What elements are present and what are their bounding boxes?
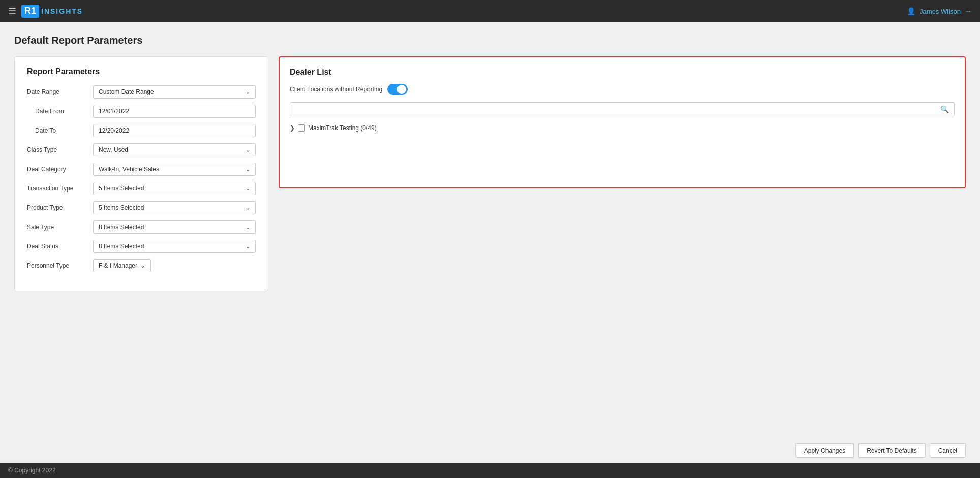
- toggle-label: Client Locations without Reporting: [290, 86, 382, 93]
- date-to-input[interactable]: [93, 124, 256, 137]
- date-range-row: Date Range Custom Date Range ⌄: [27, 85, 256, 99]
- logo: R1 INSIGHTS: [21, 5, 83, 18]
- deal-category-select[interactable]: Walk-In, Vehicle Sales ⌄: [93, 163, 256, 176]
- product-type-row: Product Type 5 Items Selected ⌄: [27, 201, 256, 214]
- user-icon: 👤: [907, 7, 915, 15]
- cancel-button[interactable]: Cancel: [930, 443, 966, 458]
- footer: © Copyright 2022: [0, 463, 980, 478]
- copyright-text: © Copyright 2022: [8, 467, 56, 474]
- left-panel: Report Parameters Date Range Custom Date…: [14, 56, 268, 291]
- personnel-type-select[interactable]: F & I Manager ⌄: [93, 259, 151, 272]
- revert-defaults-button[interactable]: Revert To Defaults: [858, 443, 926, 458]
- user-area: 👤 James Wilson →: [907, 7, 972, 15]
- transaction-type-value: 5 Items Selected: [99, 185, 144, 192]
- tree-expand-icon[interactable]: ❯: [290, 124, 295, 132]
- hamburger-menu[interactable]: ☰: [8, 6, 16, 17]
- deal-category-label: Deal Category: [27, 166, 93, 173]
- chevron-down-icon: ⌄: [246, 89, 250, 95]
- product-type-value: 5 Items Selected: [99, 204, 144, 211]
- tree-item-maximtrak: ❯ MaximTrak Testing (0/49): [290, 122, 955, 134]
- personnel-type-label: Personnel Type: [27, 262, 93, 269]
- toggle-row: Client Locations without Reporting: [290, 84, 955, 95]
- tree-item-label: MaximTrak Testing (0/49): [308, 124, 377, 132]
- logo-insights: INSIGHTS: [41, 7, 83, 15]
- chevron-down-icon: ⌄: [246, 205, 250, 211]
- class-type-value: New, Used: [99, 146, 128, 153]
- date-to-label: Date To: [27, 127, 93, 134]
- search-icon: 🔍: [940, 105, 949, 113]
- date-from-input[interactable]: [93, 105, 256, 118]
- tree-item-checkbox[interactable]: [298, 124, 305, 132]
- apply-changes-button[interactable]: Apply Changes: [795, 443, 854, 458]
- main-content: Default Report Parameters Report Paramet…: [0, 22, 980, 435]
- chevron-down-icon: ⌄: [246, 243, 250, 250]
- deal-category-value: Walk-In, Vehicle Sales: [99, 166, 159, 173]
- topnav: ☰ R1 INSIGHTS 👤 James Wilson →: [0, 0, 980, 22]
- personnel-type-row: Personnel Type F & I Manager ⌄: [27, 259, 256, 272]
- date-range-value: Custom Date Range: [99, 88, 154, 95]
- class-type-label: Class Type: [27, 146, 93, 153]
- right-panel: Dealer List Client Locations without Rep…: [279, 56, 966, 188]
- date-range-label: Date Range: [27, 88, 93, 95]
- product-type-label: Product Type: [27, 204, 93, 211]
- deal-status-label: Deal Status: [27, 243, 93, 250]
- sale-type-value: 8 Items Selected: [99, 224, 144, 231]
- chevron-down-icon: ⌄: [246, 185, 250, 192]
- sale-type-select[interactable]: 8 Items Selected ⌄: [93, 220, 256, 234]
- chevron-down-icon: ⌄: [246, 166, 250, 173]
- page-title: Default Report Parameters: [14, 35, 966, 46]
- user-name: James Wilson: [920, 8, 961, 15]
- date-from-label: Date From: [27, 108, 93, 115]
- date-from-row: Date From: [27, 105, 256, 118]
- chevron-down-icon: ⌄: [246, 224, 250, 231]
- personnel-type-value: F & I Manager: [99, 262, 137, 269]
- chevron-down-icon: ⌄: [140, 262, 145, 269]
- class-type-row: Class Type New, Used ⌄: [27, 143, 256, 156]
- logo-r1: R1: [21, 5, 39, 18]
- panels-row: Report Parameters Date Range Custom Date…: [14, 56, 966, 291]
- deal-status-value: 8 Items Selected: [99, 243, 144, 250]
- transaction-type-row: Transaction Type 5 Items Selected ⌄: [27, 182, 256, 195]
- logout-icon[interactable]: →: [965, 7, 972, 15]
- bottom-actions: Apply Changes Revert To Defaults Cancel: [0, 435, 980, 463]
- deal-category-row: Deal Category Walk-In, Vehicle Sales ⌄: [27, 163, 256, 176]
- client-locations-toggle[interactable]: [387, 84, 408, 95]
- left-panel-title: Report Parameters: [27, 67, 256, 76]
- transaction-type-label: Transaction Type: [27, 185, 93, 192]
- dealer-list-title: Dealer List: [290, 68, 955, 77]
- deal-status-row: Deal Status 8 Items Selected ⌄: [27, 240, 256, 253]
- date-range-select[interactable]: Custom Date Range ⌄: [93, 85, 256, 99]
- sale-type-label: Sale Type: [27, 224, 93, 231]
- sale-type-row: Sale Type 8 Items Selected ⌄: [27, 220, 256, 234]
- product-type-select[interactable]: 5 Items Selected ⌄: [93, 201, 256, 214]
- chevron-down-icon: ⌄: [246, 147, 250, 153]
- transaction-type-select[interactable]: 5 Items Selected ⌄: [93, 182, 256, 195]
- class-type-select[interactable]: New, Used ⌄: [93, 143, 256, 156]
- dealer-search-input[interactable]: [295, 106, 940, 113]
- deal-status-select[interactable]: 8 Items Selected ⌄: [93, 240, 256, 253]
- dealer-search-box: 🔍: [290, 102, 955, 116]
- date-to-row: Date To: [27, 124, 256, 137]
